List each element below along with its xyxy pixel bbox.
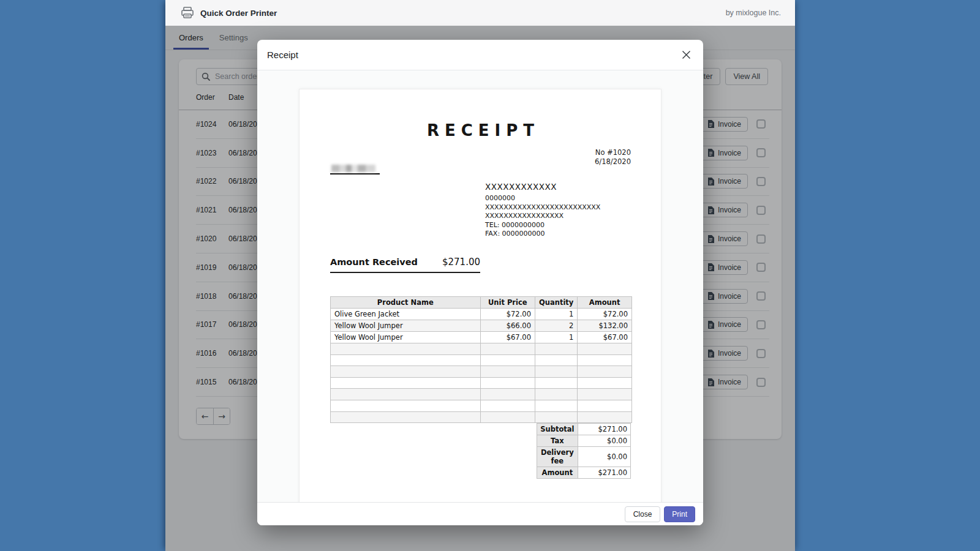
- cell-quantity: 2: [535, 320, 577, 331]
- seller-info: XXXXXXXXXXXX 0000000 XXXXXXXXXXXXXXXXXXX…: [485, 182, 631, 239]
- cell-amount: $67.00: [578, 331, 632, 343]
- product-row-empty: [331, 354, 632, 366]
- product-table-header-row: Product Name Unit Price Quantity Amount: [331, 296, 632, 308]
- receipt-paper: RECEIPT No #1020 6/18/2020 XXXXXXXXXXXX …: [299, 89, 662, 502]
- cell-unit-price: $66.00: [480, 320, 535, 331]
- product-row: Yellow Wool Jumper$67.001$67.00: [331, 331, 632, 343]
- app-byline: by mixlogue Inc.: [726, 9, 781, 17]
- product-row-empty: [331, 411, 632, 423]
- summary-label: Amount: [537, 467, 578, 479]
- header-quantity: Quantity: [535, 296, 577, 308]
- modal-header: Receipt: [257, 40, 703, 70]
- summary-value: $0.00: [578, 447, 630, 467]
- cell-quantity: 1: [535, 308, 577, 320]
- summary-label: Subtotal: [537, 424, 578, 435]
- seller-fax: FAX: 0000000000: [485, 230, 631, 239]
- cell-amount: $72.00: [578, 308, 632, 320]
- close-button[interactable]: [679, 48, 693, 62]
- summary-value: $271.00: [578, 467, 630, 479]
- redacted-customer-name: [331, 165, 375, 172]
- header-unit-price: Unit Price: [480, 296, 535, 308]
- seller-postal: 0000000: [485, 194, 631, 203]
- product-row-empty: [331, 389, 632, 400]
- product-row-empty: [331, 366, 632, 378]
- amount-received: Amount Received $271.00: [330, 257, 480, 273]
- summary-row: Tax$0.00: [537, 435, 631, 447]
- amount-received-value: $271.00: [442, 257, 480, 268]
- cell-product-name: Yellow Wool Jumper: [331, 320, 481, 331]
- receipt-modal: Receipt RECEIPT No #1020 6/18/2020 XXXXX…: [257, 40, 703, 525]
- product-row: Yellow Wool Jumper$66.002$132.00: [331, 320, 632, 331]
- app-topbar: Quick Order Printer by mixlogue Inc.: [165, 0, 795, 26]
- printer-icon: [181, 7, 194, 19]
- modal-footer: Close Print: [257, 502, 703, 525]
- seller-address2: XXXXXXXXXXXXXXXXX: [485, 212, 631, 221]
- seller-address1: XXXXXXXXXXXXXXXXXXXXXXXXX: [485, 203, 631, 212]
- summary-row: Delivery fee$0.00: [537, 447, 631, 467]
- summary-table-body: Subtotal$271.00Tax$0.00Delivery fee$0.00…: [537, 424, 631, 479]
- receipt-number: No #1020: [330, 148, 631, 157]
- seller-tel: TEL: 0000000000: [485, 221, 631, 230]
- close-icon: [682, 50, 691, 59]
- product-row-empty: [331, 343, 632, 354]
- cell-unit-price: $72.00: [480, 308, 535, 320]
- cell-unit-price: $67.00: [480, 331, 535, 343]
- summary-value: $0.00: [578, 435, 630, 447]
- receipt-heading: RECEIPT: [330, 121, 631, 140]
- summary-row: Subtotal$271.00: [537, 424, 631, 435]
- summary-label: Delivery fee: [537, 447, 578, 467]
- product-table: Product Name Unit Price Quantity Amount …: [330, 296, 632, 423]
- cell-amount: $132.00: [578, 320, 632, 331]
- cell-product-name: Olive Green Jacket: [331, 308, 481, 320]
- cell-quantity: 1: [535, 331, 577, 343]
- amount-received-label: Amount Received: [330, 257, 418, 267]
- seller-name: XXXXXXXXXXXX: [485, 182, 631, 192]
- cell-product-name: Yellow Wool Jumper: [331, 331, 481, 343]
- modal-close-button[interactable]: Close: [625, 506, 661, 522]
- header-amount: Amount: [578, 296, 632, 308]
- summary-row: Amount$271.00: [537, 467, 631, 479]
- modal-title: Receipt: [267, 50, 298, 60]
- product-row-empty: [331, 377, 632, 389]
- product-table-body: Olive Green Jacket$72.001$72.00Yellow Wo…: [331, 308, 632, 422]
- product-row-empty: [331, 400, 632, 411]
- modal-body[interactable]: RECEIPT No #1020 6/18/2020 XXXXXXXXXXXX …: [257, 70, 703, 502]
- summary-label: Tax: [537, 435, 578, 447]
- product-row: Olive Green Jacket$72.001$72.00: [331, 308, 632, 320]
- summary-value: $271.00: [578, 424, 630, 435]
- modal-print-button[interactable]: Print: [664, 506, 695, 522]
- summary-table: Subtotal$271.00Tax$0.00Delivery fee$0.00…: [537, 423, 631, 479]
- customer-name-line: [330, 161, 380, 174]
- header-product-name: Product Name: [331, 296, 481, 308]
- app-title: Quick Order Printer: [200, 9, 277, 18]
